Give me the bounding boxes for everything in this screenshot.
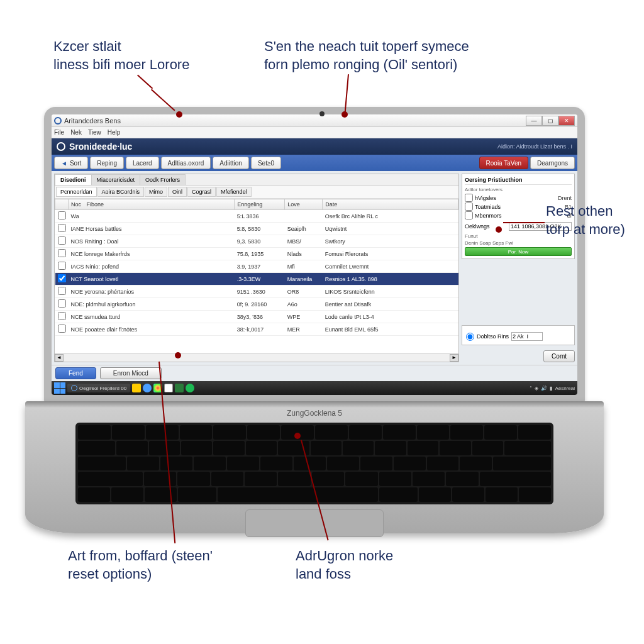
- maximize-button[interactable]: ▢: [542, 116, 558, 126]
- tab-disedioni[interactable]: Disedioni: [55, 174, 92, 185]
- laptop-base: ZungGocklena 5: [25, 401, 604, 533]
- toolbar-rooia-button[interactable]: Rooia TaVen: [479, 157, 529, 169]
- tab-miacoraricisdet[interactable]: Miacoraricisdet: [91, 174, 141, 185]
- horizontal-scrollbar[interactable]: ◄ ►: [55, 353, 458, 362]
- toolbar-sort-button[interactable]: ◄Sort: [54, 157, 88, 169]
- scroll-left-icon[interactable]: ◄: [55, 354, 64, 362]
- minimize-button[interactable]: —: [526, 116, 542, 126]
- table-row[interactable]: NCE ssmudea tturd38y3, '836WPELode canle…: [55, 311, 458, 323]
- table-row[interactable]: IACS Ninio: pofend3.9, 1937MfiComnilet L…: [55, 260, 458, 273]
- subtab-cograsl[interactable]: Cograsl: [187, 187, 216, 197]
- bottom-action-bar: Fend Enron Miocd: [52, 365, 577, 381]
- app-header: Sronideede·luc Aidion: Aidtroudt Lizat b…: [52, 138, 577, 155]
- row-checkbox[interactable]: [58, 312, 66, 320]
- col-date[interactable]: Date: [323, 199, 458, 210]
- row-checkbox[interactable]: [58, 262, 66, 270]
- close-button[interactable]: ✕: [558, 116, 575, 126]
- menu-tiew[interactable]: Tiew: [88, 129, 101, 136]
- row-checkbox[interactable]: [58, 236, 66, 245]
- table-row[interactable]: IANE Horsas battles5:8, 5830SeaiplhUqwis…: [55, 223, 458, 235]
- cell-col4: Bentier aat Dtisafk: [323, 298, 458, 311]
- cell-name: NOE pooatee dlair fl:nötes: [69, 323, 235, 336]
- subtab-aoira[interactable]: Aoira BCordnis: [97, 187, 145, 197]
- cell-name: NCE ssmudea tturd: [69, 311, 235, 323]
- cell-col4: Lode canle tPt L3-4: [323, 311, 458, 323]
- tray-network-icon[interactable]: ◈: [535, 386, 538, 391]
- cell-col2: 38y3, '836: [235, 311, 285, 323]
- row-checkbox[interactable]: [58, 249, 66, 257]
- toolbar-adiittion-button[interactable]: Adiittion: [213, 157, 249, 169]
- subtab-oinl[interactable]: Oinl: [168, 187, 187, 197]
- taskbar-icon[interactable]: [132, 384, 141, 392]
- taskbar-icon[interactable]: [164, 384, 173, 392]
- table-row[interactable]: NOE pooatee dlair fl:nötes38:-k,0017MERE…: [55, 323, 458, 336]
- taskbar-app-active[interactable]: Oeglreol Frepilerd 00: [67, 384, 130, 392]
- cell-name: NCT Searoot lovetl: [69, 273, 235, 286]
- enron-miocd-button[interactable]: Enron Miocd: [100, 367, 162, 379]
- tab-oodk-frorlers[interactable]: Oodk Frorlers: [140, 174, 186, 185]
- cell-col2: 0f; 9. 28160: [235, 298, 285, 311]
- row-checkbox[interactable]: [58, 325, 66, 333]
- row-checkbox[interactable]: [58, 224, 66, 232]
- cell-name: NCE lonrege Makerfrds: [69, 248, 235, 260]
- col-noc[interactable]: Noc Fibone: [69, 199, 235, 210]
- cell-col3: [285, 210, 323, 223]
- row-checkbox[interactable]: [58, 211, 66, 219]
- radio-row: Dobltso Rins: [466, 332, 570, 341]
- toolbar-set-button[interactable]: Set≥0: [251, 157, 281, 169]
- toolbar-adltias-button[interactable]: Adltias.oxord: [161, 157, 211, 169]
- checkbox-toatmiads[interactable]: [465, 203, 473, 211]
- menu-help[interactable]: Help: [108, 129, 121, 136]
- tray-volume-icon[interactable]: 🔊: [541, 386, 547, 391]
- radio-label: Dobltso Rins: [477, 333, 509, 340]
- tray-text: Aésnreal: [555, 386, 575, 391]
- taskbar-spotify-icon[interactable]: [186, 384, 194, 392]
- cell-col3: Maraneila: [285, 273, 323, 286]
- table-row[interactable]: NOS Rniting : Doal9,3. 5830MBS/Swtkory: [55, 235, 458, 248]
- tray-chevron-icon[interactable]: ˄: [530, 386, 532, 391]
- radio-dobltso[interactable]: [466, 333, 474, 341]
- toolbar-reping-button[interactable]: Reping: [90, 157, 124, 169]
- table-row[interactable]: NCT Searoot lovetl.3-3.3EWMaraneilaResni…: [55, 273, 458, 286]
- cell-col3: WPE: [285, 311, 323, 323]
- taskbar-icon[interactable]: [143, 384, 152, 392]
- subtab-mfefiendel[interactable]: Mfefiendel: [216, 187, 252, 197]
- menu-nek[interactable]: Nek: [70, 129, 82, 136]
- row-checkbox[interactable]: [58, 287, 66, 295]
- commit-button[interactable]: Comt: [543, 350, 575, 362]
- taskbar-icon[interactable]: [175, 384, 184, 392]
- cell-col2: .3-3.3EW: [235, 273, 285, 286]
- toolbar-lacerd-button[interactable]: Lacerd: [126, 157, 159, 169]
- cell-col4: Resnios 1 AL35. 898: [323, 273, 458, 286]
- data-table: Noc Fibone Enngeling Love Date Wa5:L 383…: [55, 199, 458, 336]
- annotation-dot: [341, 111, 348, 118]
- row-checkbox[interactable]: [58, 274, 66, 282]
- cell-col2: 5:L 3836: [235, 210, 285, 223]
- menu-file[interactable]: File: [54, 129, 64, 136]
- tray-battery-icon[interactable]: ▮: [550, 386, 552, 391]
- subtab-mimo[interactable]: Mimo: [145, 187, 167, 197]
- col-checkbox: [55, 199, 69, 210]
- system-tray: ˄ ◈ 🔊 ▮ Aésnreal: [530, 386, 575, 391]
- table-row[interactable]: NOE ycrosna: phértanios9151 .3630OR8LIKO…: [55, 286, 458, 298]
- fend-button[interactable]: Fend: [55, 367, 96, 379]
- annotation-dot: [496, 226, 502, 233]
- checkbox-mbenmors[interactable]: [465, 211, 473, 219]
- table-row[interactable]: Wa5:L 3836Osefk Brc Alihle RL c: [55, 210, 458, 223]
- cell-col2: 38:-k,0017: [235, 323, 285, 336]
- table-row[interactable]: NCE lonrege Makerfrds75.8, 1935NladsFomu…: [55, 248, 458, 260]
- col-enngeling[interactable]: Enngeling: [235, 199, 285, 210]
- taskbar-app-icon: [71, 385, 77, 391]
- toolbar-dearngons-button[interactable]: Dearngons: [530, 157, 575, 169]
- radio-value-input[interactable]: [511, 332, 543, 341]
- checkbox-hvigsles[interactable]: [465, 194, 473, 202]
- table-row[interactable]: NDE: pldmhul aigrkorfuon0f; 9. 28160A6oB…: [55, 298, 458, 311]
- col-love[interactable]: Love: [285, 199, 323, 210]
- laptop-screen-bezel: Aritandcders Bens — ▢ ✕ File Nek Tiew He…: [44, 107, 585, 402]
- start-button[interactable]: [54, 382, 65, 394]
- row-checkbox[interactable]: [58, 299, 66, 308]
- subtab-pcnneorldan[interactable]: Pcnneorldan: [56, 187, 97, 197]
- cell-col2: 5:8, 5830: [235, 223, 285, 235]
- scroll-right-icon[interactable]: ►: [450, 354, 458, 362]
- menubar: File Nek Tiew Help: [52, 127, 577, 138]
